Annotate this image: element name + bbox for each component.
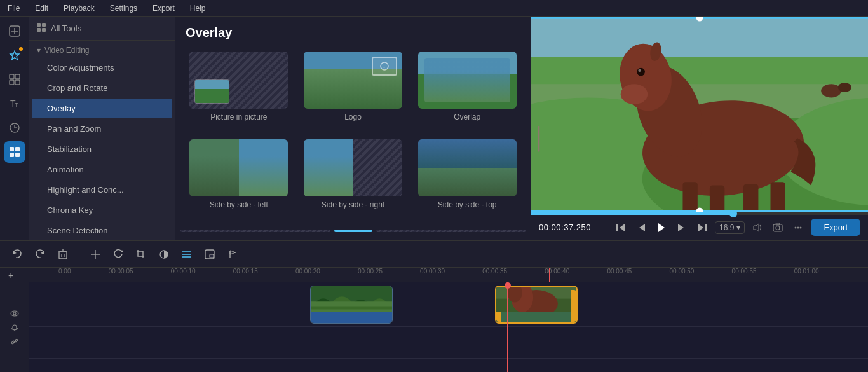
svg-rect-17 — [42, 23, 46, 27]
preview-progress[interactable] — [531, 212, 868, 215]
sbs-left-thumbnail — [189, 139, 288, 196]
svg-text:T: T — [15, 102, 18, 108]
overlay-grid: Picture in picture ⋆ Logo Overlap — [175, 46, 531, 230]
tick-7: 00:00:35 — [482, 268, 507, 275]
skip-start-button[interactable] — [613, 220, 628, 235]
menu-edit[interactable]: Edit — [32, 3, 51, 14]
pip-overlay-item[interactable]: Picture in picture — [186, 52, 292, 132]
logo-thumbnail: ⋆ — [304, 52, 402, 109]
history-icon[interactable] — [4, 117, 25, 139]
flag-button[interactable] — [223, 245, 242, 264]
pin-icon[interactable] — [4, 45, 25, 66]
svg-point-31 — [621, 84, 648, 104]
highlight-item[interactable]: Highlight and Conc... — [32, 180, 172, 200]
rotate-button[interactable] — [109, 245, 128, 264]
tick-10: 00:00:50 — [670, 268, 695, 275]
menu-help[interactable]: Help — [187, 3, 208, 14]
pip-label: Picture in picture — [210, 113, 267, 121]
svg-rect-27 — [531, 57, 868, 84]
play-forward-button[interactable] — [674, 220, 689, 235]
video-track — [29, 282, 868, 327]
svg-point-33 — [638, 69, 641, 72]
more-options-icon[interactable] — [790, 220, 806, 235]
animation-item[interactable]: Animation — [32, 160, 172, 179]
volume-icon[interactable] — [750, 220, 765, 235]
sbs-top-thumbnail — [418, 139, 517, 196]
svg-marker-55 — [658, 223, 665, 232]
text-format-icon[interactable]: T T — [4, 93, 25, 114]
tick-5: 00:00:25 — [358, 268, 383, 275]
section-label: Video Editing — [44, 46, 90, 55]
timeline-tracks — [0, 282, 868, 372]
link-icon[interactable] — [9, 336, 20, 347]
tick-6: 00:00:30 — [420, 268, 445, 275]
scene-detection-item[interactable]: Scene Detection — [32, 221, 172, 240]
delete-button[interactable] — [53, 245, 72, 264]
timeline-area: + 00:00:00 00:00:05 00:00:10 00:00:15 00… — [0, 267, 868, 372]
svg-marker-66 — [13, 251, 17, 254]
svg-rect-37 — [743, 184, 758, 212]
chevron-down-icon: ▾ — [37, 46, 41, 55]
svg-marker-59 — [754, 224, 759, 231]
clip-handle-right[interactable] — [571, 290, 576, 322]
overlap-label: Overlap — [454, 113, 480, 121]
ratio-selector[interactable]: 16:9 ▾ — [715, 221, 745, 234]
play-button[interactable] — [654, 220, 669, 235]
progress-handle[interactable] — [729, 210, 737, 217]
overlap-overlay-item[interactable]: Overlap — [414, 52, 520, 132]
snapshot-icon[interactable] — [770, 220, 785, 235]
redo-button[interactable] — [31, 245, 50, 264]
overlap-thumbnail — [418, 52, 517, 109]
svg-text:⋆: ⋆ — [383, 64, 386, 70]
align-button[interactable] — [177, 245, 196, 264]
video-editing-section[interactable]: ▾ Video Editing — [29, 41, 175, 57]
svg-rect-18 — [37, 28, 41, 32]
play-back-button[interactable] — [634, 220, 649, 235]
cut-button[interactable] — [86, 245, 105, 264]
sbs-top-label: Side by side - top — [438, 200, 497, 209]
sbs-right-item[interactable]: Side by side - right — [300, 139, 407, 219]
export-button[interactable]: Export — [811, 219, 860, 236]
playhead-line[interactable] — [507, 282, 508, 372]
icon-sidebar: T T — [0, 17, 29, 240]
svg-rect-87 — [11, 340, 15, 344]
menu-settings[interactable]: Settings — [107, 3, 140, 14]
color-adjust-button[interactable] — [154, 245, 173, 264]
pan-zoom-item[interactable]: Pan and Zoom — [32, 119, 172, 139]
layout-icon[interactable] — [4, 69, 25, 90]
crop-rotate-item[interactable]: Crop and Rotate — [32, 78, 172, 98]
playhead-ruler[interactable] — [549, 268, 550, 283]
menu-file[interactable]: File — [5, 3, 22, 14]
skip-end-button[interactable] — [695, 220, 710, 235]
add-track-button[interactable]: + — [5, 270, 17, 281]
stabilization-item[interactable]: Stabilization — [32, 139, 172, 159]
add-media-icon[interactable] — [4, 20, 25, 42]
undo-button[interactable] — [8, 245, 27, 264]
sbs-left-item[interactable]: Side by side - left — [186, 139, 292, 219]
svg-marker-54 — [639, 224, 645, 231]
svg-rect-16 — [37, 23, 41, 27]
svg-rect-3 — [10, 74, 14, 79]
sbs-top-item[interactable]: Side by side - top — [414, 139, 520, 219]
svg-point-64 — [797, 226, 799, 228]
svg-rect-88 — [14, 338, 18, 342]
menu-export[interactable]: Export — [150, 3, 177, 14]
tick-8: 00:00:40 — [545, 268, 569, 275]
chroma-key-item[interactable]: Chroma Key — [32, 200, 172, 220]
audio-icon[interactable] — [9, 322, 20, 333]
logo-overlay-item[interactable]: ⋆ Logo — [300, 52, 407, 132]
menu-playback[interactable]: Playback — [61, 3, 97, 14]
overlay-item[interactable]: Overlay — [32, 99, 172, 118]
track-content — [29, 282, 868, 372]
forest-clip[interactable] — [310, 286, 393, 324]
color-adjustments-item[interactable]: Color Adjustments — [32, 58, 172, 78]
eye-icon[interactable] — [9, 308, 20, 319]
svg-point-63 — [795, 226, 797, 228]
chevron-down-icon: ▾ — [736, 223, 740, 232]
pip-button[interactable] — [200, 245, 219, 264]
all-tools-item[interactable]: All Tools — [29, 17, 175, 41]
overlay-content-panel: Overlay Picture in picture ⋆ — [175, 17, 531, 240]
playhead-handle[interactable] — [505, 282, 511, 289]
crop-button[interactable] — [132, 245, 151, 264]
apps-grid-icon[interactable] — [4, 141, 25, 163]
